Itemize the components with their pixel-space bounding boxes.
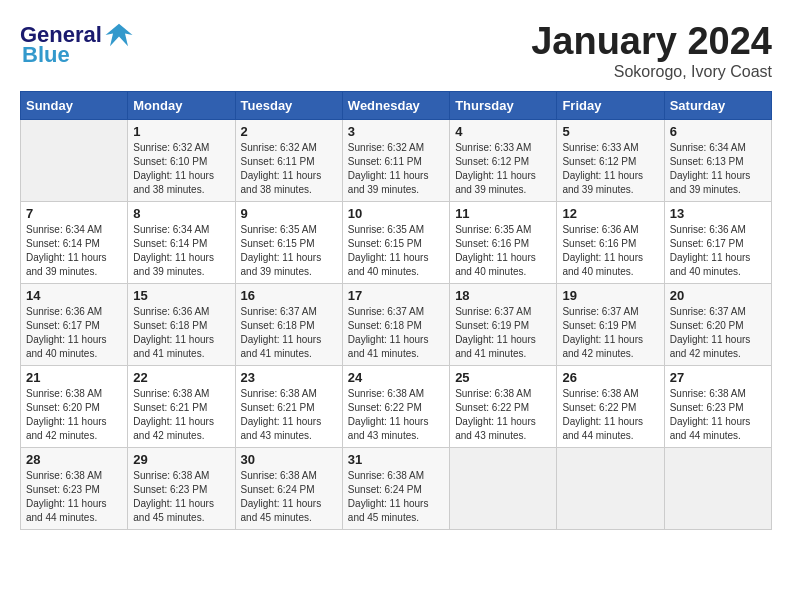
day-number: 17 [348,288,444,303]
day-info: Sunrise: 6:37 AMSunset: 6:18 PMDaylight:… [348,305,444,361]
day-number: 31 [348,452,444,467]
calendar-week-1: 1Sunrise: 6:32 AMSunset: 6:10 PMDaylight… [21,120,772,202]
page-header: General Blue January 2024 Sokorogo, Ivor… [20,20,772,81]
calendar-cell: 1Sunrise: 6:32 AMSunset: 6:10 PMDaylight… [128,120,235,202]
day-info: Sunrise: 6:38 AMSunset: 6:23 PMDaylight:… [670,387,766,443]
day-info: Sunrise: 6:36 AMSunset: 6:17 PMDaylight:… [670,223,766,279]
day-number: 7 [26,206,122,221]
day-info: Sunrise: 6:35 AMSunset: 6:15 PMDaylight:… [241,223,337,279]
calendar-cell: 17Sunrise: 6:37 AMSunset: 6:18 PMDayligh… [342,284,449,366]
logo-bird-icon [104,20,134,50]
calendar-week-4: 21Sunrise: 6:38 AMSunset: 6:20 PMDayligh… [21,366,772,448]
day-number: 1 [133,124,229,139]
calendar-cell [21,120,128,202]
calendar-cell: 7Sunrise: 6:34 AMSunset: 6:14 PMDaylight… [21,202,128,284]
calendar-cell: 23Sunrise: 6:38 AMSunset: 6:21 PMDayligh… [235,366,342,448]
day-number: 22 [133,370,229,385]
calendar-cell: 27Sunrise: 6:38 AMSunset: 6:23 PMDayligh… [664,366,771,448]
calendar-cell: 28Sunrise: 6:38 AMSunset: 6:23 PMDayligh… [21,448,128,530]
logo: General Blue [20,20,134,68]
day-info: Sunrise: 6:37 AMSunset: 6:20 PMDaylight:… [670,305,766,361]
day-info: Sunrise: 6:33 AMSunset: 6:12 PMDaylight:… [455,141,551,197]
calendar-cell: 29Sunrise: 6:38 AMSunset: 6:23 PMDayligh… [128,448,235,530]
day-info: Sunrise: 6:34 AMSunset: 6:13 PMDaylight:… [670,141,766,197]
day-number: 23 [241,370,337,385]
calendar-cell: 24Sunrise: 6:38 AMSunset: 6:22 PMDayligh… [342,366,449,448]
day-number: 30 [241,452,337,467]
day-info: Sunrise: 6:38 AMSunset: 6:21 PMDaylight:… [133,387,229,443]
day-number: 10 [348,206,444,221]
calendar-cell [450,448,557,530]
day-info: Sunrise: 6:36 AMSunset: 6:18 PMDaylight:… [133,305,229,361]
day-number: 8 [133,206,229,221]
calendar-cell [664,448,771,530]
day-info: Sunrise: 6:37 AMSunset: 6:19 PMDaylight:… [455,305,551,361]
calendar-cell: 14Sunrise: 6:36 AMSunset: 6:17 PMDayligh… [21,284,128,366]
calendar-week-3: 14Sunrise: 6:36 AMSunset: 6:17 PMDayligh… [21,284,772,366]
calendar-week-5: 28Sunrise: 6:38 AMSunset: 6:23 PMDayligh… [21,448,772,530]
day-number: 27 [670,370,766,385]
day-info: Sunrise: 6:38 AMSunset: 6:21 PMDaylight:… [241,387,337,443]
calendar-table: SundayMondayTuesdayWednesdayThursdayFrid… [20,91,772,530]
day-number: 13 [670,206,766,221]
calendar-cell: 5Sunrise: 6:33 AMSunset: 6:12 PMDaylight… [557,120,664,202]
calendar-cell: 11Sunrise: 6:35 AMSunset: 6:16 PMDayligh… [450,202,557,284]
calendar-cell: 9Sunrise: 6:35 AMSunset: 6:15 PMDaylight… [235,202,342,284]
day-info: Sunrise: 6:32 AMSunset: 6:10 PMDaylight:… [133,141,229,197]
day-info: Sunrise: 6:32 AMSunset: 6:11 PMDaylight:… [241,141,337,197]
day-info: Sunrise: 6:34 AMSunset: 6:14 PMDaylight:… [26,223,122,279]
day-info: Sunrise: 6:38 AMSunset: 6:22 PMDaylight:… [348,387,444,443]
day-info: Sunrise: 6:38 AMSunset: 6:22 PMDaylight:… [562,387,658,443]
calendar-cell: 19Sunrise: 6:37 AMSunset: 6:19 PMDayligh… [557,284,664,366]
col-header-tuesday: Tuesday [235,92,342,120]
calendar-cell: 4Sunrise: 6:33 AMSunset: 6:12 PMDaylight… [450,120,557,202]
col-header-saturday: Saturday [664,92,771,120]
calendar-cell: 12Sunrise: 6:36 AMSunset: 6:16 PMDayligh… [557,202,664,284]
calendar-cell [557,448,664,530]
calendar-cell: 18Sunrise: 6:37 AMSunset: 6:19 PMDayligh… [450,284,557,366]
day-info: Sunrise: 6:35 AMSunset: 6:16 PMDaylight:… [455,223,551,279]
calendar-cell: 3Sunrise: 6:32 AMSunset: 6:11 PMDaylight… [342,120,449,202]
col-header-thursday: Thursday [450,92,557,120]
col-header-friday: Friday [557,92,664,120]
day-number: 16 [241,288,337,303]
calendar-header: SundayMondayTuesdayWednesdayThursdayFrid… [21,92,772,120]
day-number: 25 [455,370,551,385]
calendar-cell: 20Sunrise: 6:37 AMSunset: 6:20 PMDayligh… [664,284,771,366]
day-number: 15 [133,288,229,303]
day-number: 29 [133,452,229,467]
day-info: Sunrise: 6:38 AMSunset: 6:20 PMDaylight:… [26,387,122,443]
day-number: 28 [26,452,122,467]
day-info: Sunrise: 6:38 AMSunset: 6:24 PMDaylight:… [241,469,337,525]
day-number: 11 [455,206,551,221]
day-number: 24 [348,370,444,385]
calendar-cell: 30Sunrise: 6:38 AMSunset: 6:24 PMDayligh… [235,448,342,530]
title-block: January 2024 Sokorogo, Ivory Coast [531,20,772,81]
day-info: Sunrise: 6:35 AMSunset: 6:15 PMDaylight:… [348,223,444,279]
day-number: 3 [348,124,444,139]
calendar-location: Sokorogo, Ivory Coast [531,63,772,81]
day-number: 19 [562,288,658,303]
day-number: 18 [455,288,551,303]
calendar-title: January 2024 [531,20,772,63]
day-info: Sunrise: 6:38 AMSunset: 6:23 PMDaylight:… [26,469,122,525]
day-info: Sunrise: 6:36 AMSunset: 6:17 PMDaylight:… [26,305,122,361]
day-number: 21 [26,370,122,385]
calendar-cell: 26Sunrise: 6:38 AMSunset: 6:22 PMDayligh… [557,366,664,448]
calendar-cell: 31Sunrise: 6:38 AMSunset: 6:24 PMDayligh… [342,448,449,530]
calendar-cell: 16Sunrise: 6:37 AMSunset: 6:18 PMDayligh… [235,284,342,366]
day-number: 5 [562,124,658,139]
calendar-cell: 8Sunrise: 6:34 AMSunset: 6:14 PMDaylight… [128,202,235,284]
calendar-cell: 25Sunrise: 6:38 AMSunset: 6:22 PMDayligh… [450,366,557,448]
svg-marker-0 [105,24,132,47]
day-number: 6 [670,124,766,139]
day-number: 12 [562,206,658,221]
day-number: 2 [241,124,337,139]
day-info: Sunrise: 6:34 AMSunset: 6:14 PMDaylight:… [133,223,229,279]
calendar-cell: 6Sunrise: 6:34 AMSunset: 6:13 PMDaylight… [664,120,771,202]
day-number: 4 [455,124,551,139]
day-number: 9 [241,206,337,221]
day-number: 20 [670,288,766,303]
day-info: Sunrise: 6:38 AMSunset: 6:24 PMDaylight:… [348,469,444,525]
calendar-cell: 10Sunrise: 6:35 AMSunset: 6:15 PMDayligh… [342,202,449,284]
